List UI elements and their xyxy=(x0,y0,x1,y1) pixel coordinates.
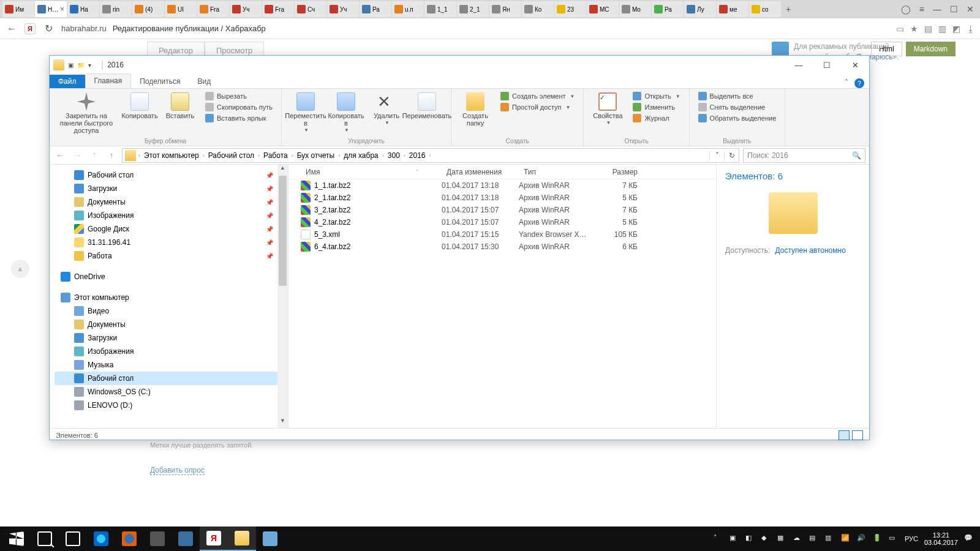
taskbar-app-1[interactable] xyxy=(143,527,172,551)
view-details-button[interactable] xyxy=(839,430,850,440)
tray-icon-1[interactable]: ▣ xyxy=(729,534,739,544)
browser-tab[interactable]: u.п xyxy=(392,1,424,17)
tray-icon-5[interactable]: ☁ xyxy=(793,534,803,544)
tree-item[interactable]: Видео xyxy=(55,304,288,318)
tree-onedrive[interactable]: OneDrive xyxy=(55,270,288,283)
tree-item[interactable]: Документы xyxy=(55,318,288,331)
breadcrumb-segment[interactable]: Рабочий стол xyxy=(205,151,258,160)
pin-icon[interactable]: 📌 xyxy=(266,172,273,179)
menu-icon[interactable]: ≡ xyxy=(919,4,924,14)
maximize-icon[interactable]: ☐ xyxy=(950,4,958,14)
pin-icon[interactable]: 📌 xyxy=(266,239,273,246)
new-item-button[interactable]: Создать элемент▼ xyxy=(497,91,578,101)
tray-clock[interactable]: 13:2103.04.2017 xyxy=(924,531,958,546)
browser-tab[interactable]: Ha xyxy=(67,1,99,17)
tree-item[interactable]: Рабочий стол📌 xyxy=(55,168,288,182)
view-large-icons-button[interactable] xyxy=(852,430,863,440)
breadcrumb-bar[interactable]: › Этот компьютер›Рабочий стол›Работа›Бух… xyxy=(122,148,739,163)
tab-share[interactable]: Поделиться xyxy=(131,75,189,88)
explorer-titlebar[interactable]: ▣ 📁 ▾ | 2016 — ☐ ✕ xyxy=(50,56,869,74)
qat-newfolder-icon[interactable]: 📁 xyxy=(77,62,85,69)
tree-scrollbar[interactable]: ▲▼ xyxy=(277,165,288,428)
breadcrumb-segment[interactable]: 300 xyxy=(384,151,404,160)
nav-recent-dropdown[interactable]: ˅ xyxy=(88,152,101,159)
invert-selection-button[interactable]: Обратить выделение xyxy=(695,113,780,123)
close-button[interactable]: ✕ xyxy=(841,56,869,74)
tray-volume-icon[interactable]: 🔊 xyxy=(857,534,867,544)
refresh-button[interactable]: ↻ xyxy=(724,151,739,160)
properties-button[interactable]: ✓Свойства▼ xyxy=(589,91,627,127)
ext3-icon[interactable]: ◩ xyxy=(952,24,960,34)
select-none-button[interactable]: Снять выделение xyxy=(695,102,780,112)
rename-button[interactable]: Переименовать xyxy=(408,91,446,121)
move-to-button[interactable]: Переместить в▼ xyxy=(287,91,325,135)
browser-tab[interactable]: ме xyxy=(717,1,748,17)
browser-tab[interactable]: Им xyxy=(2,1,34,17)
scroll-top-button[interactable]: ▲ xyxy=(11,260,29,278)
taskbar-app-ie[interactable] xyxy=(87,527,115,551)
tree-item[interactable]: Загрузки📌 xyxy=(55,182,288,195)
pin-icon[interactable]: 📌 xyxy=(266,199,273,206)
profile-icon[interactable]: ◯ xyxy=(901,4,911,14)
col-name[interactable]: Имя˄ xyxy=(288,168,442,176)
tree-item[interactable]: Работа📌 xyxy=(55,249,288,263)
breadcrumb-segment[interactable]: 2016 xyxy=(405,151,429,160)
browser-tab[interactable]: UI xyxy=(165,1,197,17)
tree-item[interactable]: Документы📌 xyxy=(55,195,288,209)
select-all-button[interactable]: Выделить все xyxy=(695,91,780,101)
tray-battery-icon[interactable]: 🔋 xyxy=(873,534,883,544)
copy-button[interactable]: Копировать xyxy=(121,91,159,121)
tray-notifications-icon[interactable]: 💬 xyxy=(964,534,974,544)
pin-quick-access-button[interactable]: Закрепить на панели быстрого доступа xyxy=(55,91,118,135)
tray-ime-icon[interactable]: ▭ xyxy=(889,534,899,544)
qat-dropdown-icon[interactable]: ▾ xyxy=(88,62,91,69)
history-button[interactable]: Журнал xyxy=(629,113,684,123)
protect-icon[interactable]: ▭ xyxy=(896,24,904,34)
tree-item[interactable]: Рабочий стол xyxy=(55,372,288,385)
add-poll-link[interactable]: Добавить опрос xyxy=(150,466,205,475)
navigation-tree[interactable]: Рабочий стол📌Загрузки📌Документы📌Изображе… xyxy=(50,165,288,428)
tree-item[interactable]: Изображения📌 xyxy=(55,209,288,222)
tree-item[interactable]: Google Диск📌 xyxy=(55,222,288,236)
tray-icon-4[interactable]: ▦ xyxy=(777,534,787,544)
yandex-icon[interactable]: Я xyxy=(24,23,36,34)
tray-icon-7[interactable]: ▥ xyxy=(825,534,835,544)
taskbar-app-explorer[interactable] xyxy=(228,527,256,551)
explorer-search-input[interactable]: Поиск: 2016 🔍 xyxy=(743,148,865,163)
browser-tab[interactable]: co xyxy=(749,1,781,17)
browser-tab[interactable]: Ко xyxy=(522,1,554,17)
address-host[interactable]: habrahabr.ru xyxy=(61,24,107,33)
nav-back-button[interactable]: ← xyxy=(53,151,67,160)
tree-item[interactable]: Музыка xyxy=(55,358,288,372)
close-icon[interactable]: ✕ xyxy=(967,4,974,14)
file-row[interactable]: 6_4.tar.bz201.04.2017 15:30Архив WinRAR6… xyxy=(288,241,716,253)
minimize-button[interactable]: — xyxy=(785,56,813,74)
browser-tab[interactable]: Fra xyxy=(262,1,294,17)
tree-item[interactable]: 31.31.196.41📌 xyxy=(55,236,288,249)
file-row[interactable]: 3_2.tar.bz201.04.2017 15:07Архив WinRAR7… xyxy=(288,204,716,216)
paste-shortcut-button[interactable]: Вставить ярлык xyxy=(202,113,276,123)
pin-icon[interactable]: 📌 xyxy=(266,253,273,260)
browser-tab[interactable]: Лу xyxy=(684,1,716,17)
tree-item[interactable]: Изображения xyxy=(55,345,288,358)
task-view-button[interactable] xyxy=(59,527,87,551)
browser-tab[interactable]: Fra xyxy=(197,1,229,17)
col-size[interactable]: Размер xyxy=(594,168,643,176)
breadcrumb-segment[interactable]: Этот компьютер xyxy=(140,151,203,160)
copy-path-button[interactable]: Скопировать путь xyxy=(202,102,276,112)
col-date[interactable]: Дата изменения xyxy=(442,168,519,176)
easy-access-button[interactable]: Простой доступ▼ xyxy=(497,102,578,112)
browser-tab[interactable]: Уч xyxy=(230,1,262,17)
pin-icon[interactable]: 📌 xyxy=(266,226,273,233)
tree-item[interactable]: Загрузки xyxy=(55,331,288,345)
tray-icon-3[interactable]: ◆ xyxy=(761,534,771,544)
tray-chevron-icon[interactable]: ˄ xyxy=(714,534,723,544)
browser-tab[interactable]: Н…× xyxy=(35,1,67,17)
cut-button[interactable]: Вырезать xyxy=(202,91,276,101)
browser-tab[interactable]: (4) xyxy=(132,1,164,17)
taskbar-app-paint[interactable] xyxy=(256,527,284,551)
tray-network-icon[interactable]: 📶 xyxy=(841,534,851,544)
minimize-icon[interactable]: — xyxy=(933,4,941,14)
browser-tab[interactable]: МС xyxy=(587,1,619,17)
taskbar-app-2[interactable] xyxy=(172,527,200,551)
